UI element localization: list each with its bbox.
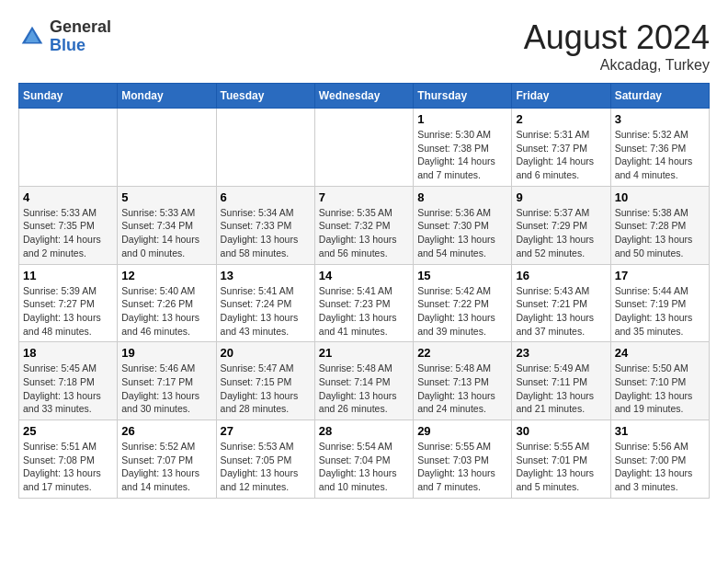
- day-cell: 28Sunrise: 5:54 AM Sunset: 7:04 PM Dayli…: [314, 420, 413, 499]
- day-number: 3: [615, 112, 705, 126]
- week-row-5: 25Sunrise: 5:51 AM Sunset: 7:08 PM Dayli…: [19, 420, 710, 499]
- day-cell: 21Sunrise: 5:48 AM Sunset: 7:14 PM Dayli…: [314, 342, 413, 420]
- weekday-header-saturday: Saturday: [610, 84, 709, 109]
- day-info: Sunrise: 5:33 AM Sunset: 7:34 PM Dayligh…: [121, 206, 211, 260]
- day-cell: 20Sunrise: 5:47 AM Sunset: 7:15 PM Dayli…: [216, 342, 314, 420]
- day-cell: 15Sunrise: 5:42 AM Sunset: 7:22 PM Dayli…: [414, 264, 512, 342]
- day-number: 20: [221, 346, 311, 360]
- day-info: Sunrise: 5:51 AM Sunset: 7:08 PM Dayligh…: [23, 440, 113, 494]
- day-cell: 17Sunrise: 5:44 AM Sunset: 7:19 PM Dayli…: [610, 264, 709, 342]
- day-number: 30: [516, 424, 606, 438]
- day-number: 31: [615, 424, 705, 438]
- day-info: Sunrise: 5:41 AM Sunset: 7:23 PM Dayligh…: [319, 284, 409, 339]
- day-info: Sunrise: 5:37 AM Sunset: 7:29 PM Dayligh…: [516, 206, 606, 260]
- day-number: 7: [319, 190, 409, 204]
- logo-text: General Blue: [50, 18, 111, 55]
- day-cell: 10Sunrise: 5:38 AM Sunset: 7:28 PM Dayli…: [610, 186, 709, 264]
- day-cell: 31Sunrise: 5:56 AM Sunset: 7:00 PM Dayli…: [610, 420, 709, 499]
- day-cell: 19Sunrise: 5:46 AM Sunset: 7:17 PM Dayli…: [118, 342, 216, 420]
- day-cell: 26Sunrise: 5:52 AM Sunset: 7:07 PM Dayli…: [118, 420, 216, 499]
- day-number: 16: [516, 269, 606, 282]
- day-number: 28: [319, 424, 409, 438]
- day-info: Sunrise: 5:33 AM Sunset: 7:35 PM Dayligh…: [23, 206, 113, 260]
- day-info: Sunrise: 5:44 AM Sunset: 7:19 PM Dayligh…: [615, 284, 705, 339]
- calendar: SundayMondayTuesdayWednesdayThursdayFrid…: [18, 83, 710, 499]
- day-info: Sunrise: 5:53 AM Sunset: 7:05 PM Dayligh…: [221, 440, 311, 494]
- day-number: 22: [417, 346, 507, 360]
- day-number: 6: [221, 190, 311, 204]
- day-number: 10: [615, 190, 705, 204]
- day-number: 9: [516, 190, 606, 204]
- week-row-2: 4Sunrise: 5:33 AM Sunset: 7:35 PM Daylig…: [19, 186, 710, 264]
- day-number: 23: [516, 346, 606, 360]
- day-info: Sunrise: 5:30 AM Sunset: 7:38 PM Dayligh…: [417, 128, 507, 182]
- day-info: Sunrise: 5:41 AM Sunset: 7:24 PM Dayligh…: [221, 284, 311, 339]
- weekday-header-friday: Friday: [512, 84, 610, 109]
- day-number: 29: [417, 424, 507, 438]
- day-number: 24: [615, 346, 705, 360]
- day-number: 11: [23, 269, 113, 282]
- week-row-4: 18Sunrise: 5:45 AM Sunset: 7:18 PM Dayli…: [19, 342, 710, 420]
- week-row-1: 1Sunrise: 5:30 AM Sunset: 7:38 PM Daylig…: [19, 109, 710, 187]
- day-cell: 2Sunrise: 5:31 AM Sunset: 7:37 PM Daylig…: [512, 109, 610, 187]
- month-year: August 2024: [524, 18, 710, 57]
- day-number: 15: [417, 269, 507, 282]
- day-number: 18: [23, 346, 113, 360]
- day-info: Sunrise: 5:54 AM Sunset: 7:04 PM Dayligh…: [319, 440, 409, 494]
- day-number: 12: [121, 269, 211, 282]
- day-info: Sunrise: 5:49 AM Sunset: 7:11 PM Dayligh…: [516, 362, 606, 416]
- day-cell: 8Sunrise: 5:36 AM Sunset: 7:30 PM Daylig…: [414, 186, 512, 264]
- weekday-header-wednesday: Wednesday: [314, 84, 413, 109]
- logo-blue: Blue: [50, 37, 111, 55]
- weekday-header-sunday: Sunday: [19, 84, 118, 109]
- day-info: Sunrise: 5:48 AM Sunset: 7:14 PM Dayligh…: [319, 362, 409, 416]
- day-cell: 3Sunrise: 5:32 AM Sunset: 7:36 PM Daylig…: [610, 109, 709, 187]
- day-cell: 7Sunrise: 5:35 AM Sunset: 7:32 PM Daylig…: [314, 186, 413, 264]
- day-info: Sunrise: 5:31 AM Sunset: 7:37 PM Dayligh…: [516, 128, 606, 182]
- day-cell: 6Sunrise: 5:34 AM Sunset: 7:33 PM Daylig…: [216, 186, 314, 264]
- day-number: 19: [121, 346, 211, 360]
- page-header: General Blue August 2024 Akcadag, Turkey: [18, 18, 710, 74]
- weekday-header-row: SundayMondayTuesdayWednesdayThursdayFrid…: [19, 84, 710, 109]
- day-cell: 23Sunrise: 5:49 AM Sunset: 7:11 PM Dayli…: [512, 342, 610, 420]
- day-info: Sunrise: 5:34 AM Sunset: 7:33 PM Dayligh…: [221, 206, 311, 260]
- day-cell: 18Sunrise: 5:45 AM Sunset: 7:18 PM Dayli…: [19, 342, 118, 420]
- day-number: 17: [615, 269, 705, 282]
- day-cell: 11Sunrise: 5:39 AM Sunset: 7:27 PM Dayli…: [19, 264, 118, 342]
- day-cell: 27Sunrise: 5:53 AM Sunset: 7:05 PM Dayli…: [216, 420, 314, 499]
- day-cell: 5Sunrise: 5:33 AM Sunset: 7:34 PM Daylig…: [118, 186, 216, 264]
- day-info: Sunrise: 5:56 AM Sunset: 7:00 PM Dayligh…: [615, 440, 705, 494]
- day-info: Sunrise: 5:39 AM Sunset: 7:27 PM Dayligh…: [23, 284, 113, 339]
- day-cell: [314, 109, 413, 187]
- day-cell: [19, 109, 118, 187]
- weekday-header-tuesday: Tuesday: [216, 84, 314, 109]
- day-info: Sunrise: 5:46 AM Sunset: 7:17 PM Dayligh…: [121, 362, 211, 416]
- day-cell: [216, 109, 314, 187]
- day-cell: 25Sunrise: 5:51 AM Sunset: 7:08 PM Dayli…: [19, 420, 118, 499]
- day-info: Sunrise: 5:45 AM Sunset: 7:18 PM Dayligh…: [23, 362, 113, 416]
- day-cell: 16Sunrise: 5:43 AM Sunset: 7:21 PM Dayli…: [512, 264, 610, 342]
- day-number: 2: [516, 112, 606, 126]
- day-info: Sunrise: 5:42 AM Sunset: 7:22 PM Dayligh…: [417, 284, 507, 339]
- day-cell: 12Sunrise: 5:40 AM Sunset: 7:26 PM Dayli…: [118, 264, 216, 342]
- day-info: Sunrise: 5:40 AM Sunset: 7:26 PM Dayligh…: [121, 284, 211, 339]
- day-number: 21: [319, 346, 409, 360]
- logo: General Blue: [18, 18, 111, 55]
- day-number: 8: [417, 190, 507, 204]
- logo-general: General: [50, 18, 111, 37]
- title-block: August 2024 Akcadag, Turkey: [524, 18, 710, 74]
- day-info: Sunrise: 5:32 AM Sunset: 7:36 PM Dayligh…: [615, 128, 705, 182]
- weekday-header-monday: Monday: [118, 84, 216, 109]
- day-info: Sunrise: 5:35 AM Sunset: 7:32 PM Dayligh…: [319, 206, 409, 260]
- day-number: 4: [23, 190, 113, 204]
- day-number: 25: [23, 424, 113, 438]
- day-info: Sunrise: 5:36 AM Sunset: 7:30 PM Dayligh…: [417, 206, 507, 260]
- logo-icon: [18, 23, 46, 51]
- day-number: 5: [121, 190, 211, 204]
- day-info: Sunrise: 5:50 AM Sunset: 7:10 PM Dayligh…: [615, 362, 705, 416]
- day-cell: 29Sunrise: 5:55 AM Sunset: 7:03 PM Dayli…: [414, 420, 512, 499]
- day-info: Sunrise: 5:43 AM Sunset: 7:21 PM Dayligh…: [516, 284, 606, 339]
- day-number: 13: [221, 269, 311, 282]
- day-info: Sunrise: 5:55 AM Sunset: 7:03 PM Dayligh…: [417, 440, 507, 494]
- day-cell: 13Sunrise: 5:41 AM Sunset: 7:24 PM Dayli…: [216, 264, 314, 342]
